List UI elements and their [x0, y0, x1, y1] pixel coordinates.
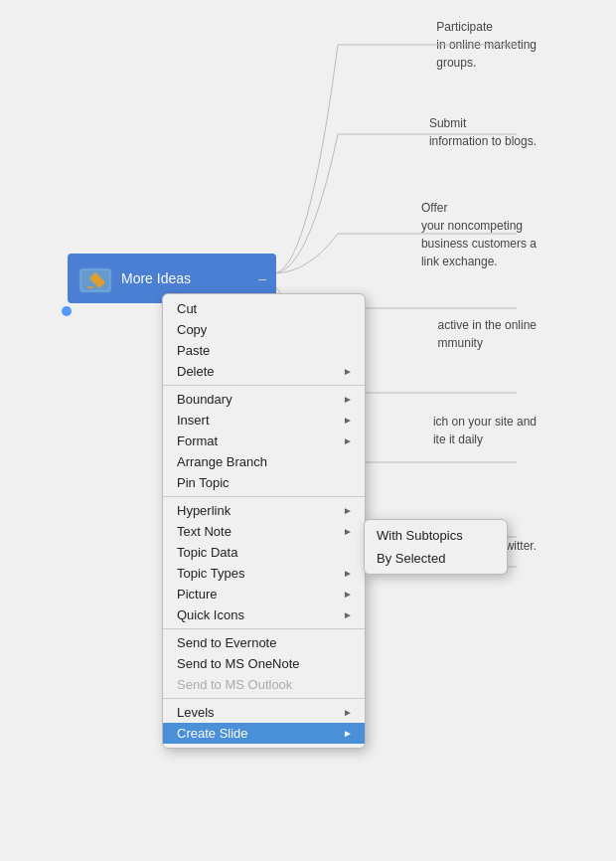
menu-item-send-onenote[interactable]: Send to MS OneNote: [163, 653, 365, 674]
topic-types-arrow: ►: [343, 568, 353, 579]
svg-rect-13: [87, 286, 93, 288]
menu-item-send-evernote[interactable]: Send to Evernote: [163, 632, 365, 653]
menu-item-hyperlink[interactable]: Hyperlink ►: [163, 500, 365, 521]
menu-item-quick-icons[interactable]: Quick Icons ►: [163, 604, 365, 625]
submenu-item-by-selected[interactable]: By Selected: [365, 547, 507, 570]
submenu-item-with-subtopics[interactable]: With Subtopics: [365, 524, 507, 547]
menu-item-boundary[interactable]: Boundary ►: [163, 389, 365, 410]
selection-handle: [62, 306, 72, 316]
text-note-arrow: ►: [343, 526, 353, 537]
boundary-arrow: ►: [343, 394, 353, 405]
menu-item-send-outlook: Send to MS Outlook: [163, 674, 365, 695]
text-node-active: active in the onlinemmunity: [438, 316, 537, 352]
create-slide-arrow: ►: [343, 728, 353, 739]
menu-item-topic-data[interactable]: Topic Data: [163, 542, 365, 563]
menu-item-cut[interactable]: Cut: [163, 298, 365, 319]
menu-item-topic-types[interactable]: Topic Types ►: [163, 563, 365, 584]
menu-item-pin-topic[interactable]: Pin Topic: [163, 472, 365, 493]
context-menu: Cut Copy Paste Delete ► Boundary ► Inser…: [162, 293, 366, 749]
separator-2: [163, 496, 365, 497]
topic-icon: [77, 260, 113, 296]
text-node-offer: Offeryour noncompetingbusiness customers…: [421, 199, 537, 270]
menu-item-delete[interactable]: Delete ►: [163, 361, 365, 382]
picture-arrow: ►: [343, 589, 353, 600]
menu-item-insert[interactable]: Insert ►: [163, 410, 365, 430]
menu-item-text-note[interactable]: Text Note ►: [163, 521, 365, 542]
menu-item-picture[interactable]: Picture ►: [163, 584, 365, 604]
topic-minus: –: [258, 270, 266, 286]
text-node-participate: Participatein online marketinggroups.: [436, 18, 537, 72]
hyperlink-arrow: ►: [343, 505, 353, 516]
separator-1: [163, 385, 365, 386]
menu-item-levels[interactable]: Levels ►: [163, 702, 365, 723]
menu-item-arrange-branch[interactable]: Arrange Branch: [163, 451, 365, 472]
menu-item-paste[interactable]: Paste: [163, 340, 365, 361]
levels-arrow: ►: [343, 707, 353, 718]
insert-arrow: ►: [343, 415, 353, 426]
menu-item-create-slide[interactable]: Create Slide ►: [163, 723, 365, 744]
delete-arrow: ►: [343, 366, 353, 377]
create-slide-submenu: With Subtopics By Selected: [364, 519, 508, 575]
separator-3: [163, 628, 365, 629]
menu-item-format[interactable]: Format ►: [163, 430, 365, 451]
quick-icons-arrow: ►: [343, 609, 353, 620]
text-node-ich: ich on your site andite it daily: [433, 413, 537, 448]
format-arrow: ►: [343, 435, 353, 446]
text-node-submit: Submitinformation to blogs.: [429, 114, 537, 150]
menu-item-copy[interactable]: Copy: [163, 319, 365, 340]
topic-label: More Ideas: [121, 270, 254, 286]
separator-4: [163, 698, 365, 699]
